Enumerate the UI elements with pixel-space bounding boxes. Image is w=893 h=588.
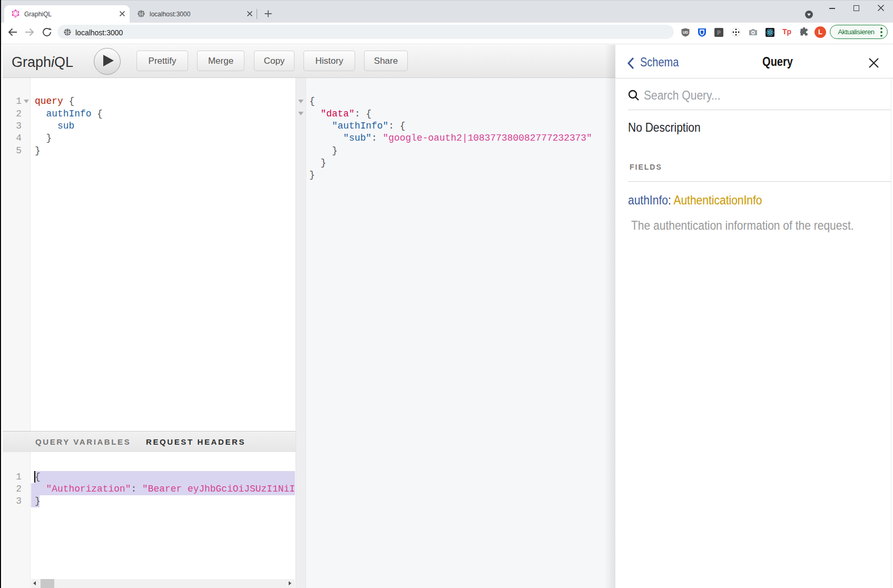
- svg-text:UD: UD: [683, 31, 688, 34]
- svg-text:P: P: [717, 30, 721, 36]
